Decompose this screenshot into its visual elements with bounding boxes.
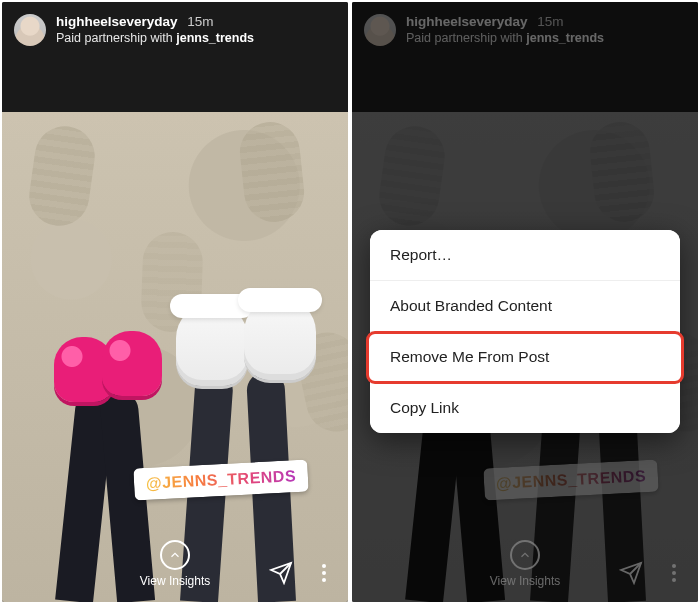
avatar[interactable]: [14, 14, 46, 46]
sheet-item-about-branded[interactable]: About Branded Content: [370, 281, 680, 332]
bottom-right-controls: [268, 560, 332, 586]
sheet-item-report[interactable]: Report…: [370, 230, 680, 281]
chevron-up-icon: [160, 540, 190, 570]
sheet-item-copy-link[interactable]: Copy Link: [370, 383, 680, 433]
send-button[interactable]: [268, 560, 294, 586]
view-insights-button[interactable]: View Insights: [140, 540, 210, 588]
story-header: highheelseveryday 15m Paid partnership w…: [14, 14, 336, 47]
view-insights-label: View Insights: [140, 574, 210, 588]
more-options-button[interactable]: [316, 560, 332, 586]
story-screen-right: highheelseveryday 15m Paid partnership w…: [352, 2, 698, 602]
send-icon: [269, 561, 293, 585]
timestamp: 15m: [187, 14, 213, 29]
mention-text: @JENNS_TRENDS: [145, 467, 296, 492]
username[interactable]: highheelseveryday: [56, 14, 178, 29]
partner-name[interactable]: jenns_trends: [176, 31, 254, 45]
action-sheet: Report… About Branded Content Remove Me …: [370, 230, 680, 433]
paid-partnership-label[interactable]: Paid partnership with jenns_trends: [56, 31, 254, 47]
story-screen-left: highheelseveryday 15m Paid partnership w…: [2, 2, 348, 602]
partnership-prefix: Paid partnership with: [56, 31, 176, 45]
sheet-item-remove-me[interactable]: Remove Me From Post: [367, 332, 683, 383]
